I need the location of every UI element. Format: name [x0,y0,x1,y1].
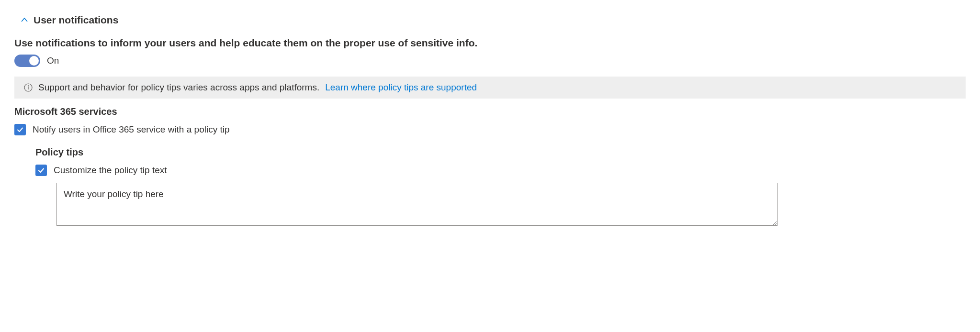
m365-services-title: Microsoft 365 services [14,106,966,117]
info-text: Support and behavior for policy tips var… [38,82,319,93]
toggle-state-label: On [47,55,59,66]
info-icon [24,83,33,92]
svg-point-1 [28,86,28,86]
info-link[interactable]: Learn where policy tips are supported [325,82,477,93]
toggle-knob [29,56,39,66]
customize-tip-checkbox[interactable] [35,165,47,176]
customize-tip-label: Customize the policy tip text [54,165,167,176]
notify-users-row: Notify users in Office 365 service with … [14,124,966,135]
notifications-toggle[interactable] [14,55,40,67]
section-header[interactable]: User notifications [14,14,966,26]
section-title: User notifications [34,14,118,26]
section-description: Use notifications to inform your users a… [14,37,966,49]
customize-tip-row: Customize the policy tip text [35,165,966,176]
chevron-up-icon [20,16,29,24]
notifications-toggle-row: On [14,55,966,67]
policy-tip-textarea[interactable] [56,183,777,226]
info-bar: Support and behavior for policy tips var… [14,77,966,99]
policy-tips-title: Policy tips [35,147,966,158]
notify-users-label: Notify users in Office 365 service with … [33,124,230,135]
notify-users-checkbox[interactable] [14,124,26,135]
